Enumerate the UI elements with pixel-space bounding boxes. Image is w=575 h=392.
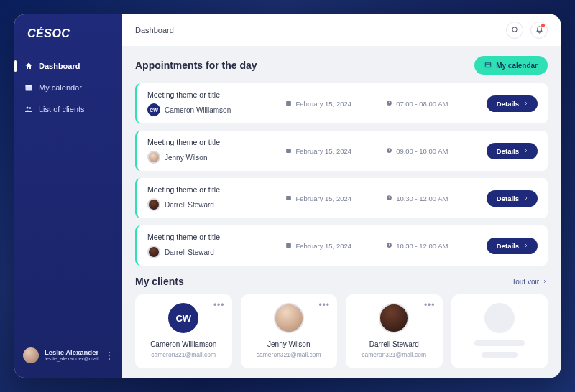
avatar <box>274 303 304 333</box>
svg-rect-19 <box>287 243 292 247</box>
sidebar-item-label: My calendar <box>39 83 82 92</box>
details-button[interactable]: Details <box>487 143 538 159</box>
topbar: Dashboard <box>122 14 561 46</box>
avatar <box>147 246 160 258</box>
card-menu-icon[interactable]: ••• <box>318 300 330 310</box>
client-email: cameron321@mail.com <box>151 351 216 358</box>
appointment-title: Meeting theme or title <box>147 233 280 241</box>
profile-menu-icon[interactable]: ⋮ <box>105 350 114 360</box>
appointment-person: Cameron Williamson <box>165 106 231 114</box>
client-card[interactable]: •••Jenny Wilsoncameron321@mail.com <box>241 294 338 368</box>
client-name: Cameron Williamson <box>150 340 216 348</box>
appointment-row: Meeting theme or titleCWCameron Williams… <box>135 83 548 123</box>
svg-line-5 <box>516 31 518 32</box>
clock-icon <box>386 147 392 155</box>
my-calendar-label: My calendar <box>496 62 538 70</box>
calendar-icon <box>285 242 292 250</box>
client-email <box>482 352 518 358</box>
sidebar-item-dashboard[interactable]: Dashboard <box>14 56 122 76</box>
appointment-time: 09.00 - 10.00 AM <box>386 147 481 155</box>
breadcrumb: Dashboard <box>135 26 174 34</box>
appointment-row: Meeting theme or titleJenny WilsonFebrua… <box>135 131 548 171</box>
details-button[interactable]: Details <box>487 238 538 254</box>
details-button[interactable]: Details <box>487 95 538 112</box>
client-name: Darrell Steward <box>369 340 419 348</box>
chevron-right-icon <box>542 278 548 286</box>
avatar <box>147 198 160 211</box>
notifications-button[interactable] <box>530 22 548 39</box>
calendar-icon <box>24 83 33 92</box>
view-all-clients[interactable]: Tout voir <box>512 278 548 286</box>
chevron-right-icon <box>523 242 529 250</box>
client-card[interactable]: •••Darrell Stewardcameron321@mail.com <box>346 294 443 368</box>
appointment-date: February 15, 2024 <box>285 147 380 155</box>
sidebar-item-label: List of clients <box>39 105 85 113</box>
avatar <box>147 151 160 164</box>
appointment-title: Meeting theme or title <box>147 138 280 146</box>
client-name: Jenny Wilson <box>267 340 310 348</box>
sidebar-item-my-calendar[interactable]: My calendar <box>14 78 122 98</box>
app-shell: CÉSOC DashboardMy calendarList of client… <box>14 14 561 378</box>
main: Dashboard <box>122 14 561 378</box>
appointment-date: February 15, 2024 <box>285 242 380 250</box>
calendar-icon <box>484 61 492 70</box>
clock-icon <box>386 195 392 202</box>
view-all-label: Tout voir <box>512 278 539 286</box>
svg-point-4 <box>512 27 516 31</box>
appointment-date: February 15, 2024 <box>285 100 380 108</box>
client-name <box>474 340 525 346</box>
appointment-row: Meeting theme or titleDarrell StewardFeb… <box>135 225 548 266</box>
profile-avatar <box>23 347 39 363</box>
appointment-person: Darrell Steward <box>165 201 214 209</box>
chevron-right-icon <box>523 100 529 108</box>
appointment-title: Meeting theme or title <box>147 90 280 99</box>
appointment-time: 10.30 - 12.00 AM <box>386 195 481 202</box>
card-menu-icon[interactable]: ••• <box>424 300 436 310</box>
search-button[interactable] <box>506 22 523 39</box>
calendar-icon <box>285 195 292 202</box>
svg-point-2 <box>27 107 29 109</box>
svg-rect-16 <box>287 195 292 200</box>
people-icon <box>24 105 33 113</box>
appointment-title: Meeting theme or title <box>147 185 280 194</box>
appointment-person: Darrell Steward <box>165 248 214 256</box>
clients-title: My clients <box>135 276 184 287</box>
client-card[interactable]: •••CWCameron Williamsoncameron321@mail.c… <box>135 294 232 368</box>
appointment-time: 07.00 - 08.00 AM <box>386 100 481 108</box>
avatar <box>484 303 515 333</box>
sidebar-item-label: Dashboard <box>39 62 80 70</box>
profile-block: Leslie Alexander leslie_alexander@mail.c… <box>14 340 122 370</box>
home-icon <box>24 62 33 70</box>
avatar: CW <box>168 303 198 333</box>
appointment-time: 10.30 - 12.00 AM <box>386 242 481 250</box>
appointments-title: Appointments for the day <box>135 60 257 71</box>
appointment-row: Meeting theme or titleDarrell StewardFeb… <box>135 178 548 218</box>
sidebar: CÉSOC DashboardMy calendarList of client… <box>14 14 122 378</box>
nav: DashboardMy calendarList of clients <box>14 56 122 119</box>
appointment-person: Jenny Wilson <box>165 154 207 162</box>
svg-rect-1 <box>26 85 32 88</box>
calendar-icon <box>285 100 292 108</box>
clock-icon <box>386 100 392 108</box>
svg-rect-13 <box>287 148 292 152</box>
brand-logo: CÉSOC <box>14 27 122 56</box>
clock-icon <box>386 242 392 250</box>
client-card <box>451 294 548 368</box>
details-button[interactable]: Details <box>487 190 538 207</box>
sidebar-item-list-of-clients[interactable]: List of clients <box>14 99 122 119</box>
profile-email: leslie_alexander@mail.com <box>45 356 99 362</box>
chevron-right-icon <box>523 147 529 155</box>
avatar <box>379 303 409 333</box>
chevron-right-icon <box>523 195 529 202</box>
content: Appointments for the day My calendar Mee… <box>122 46 561 378</box>
avatar: CW <box>147 103 160 116</box>
my-calendar-button[interactable]: My calendar <box>474 56 548 75</box>
svg-point-3 <box>29 107 32 109</box>
card-menu-icon[interactable]: ••• <box>213 300 225 310</box>
svg-rect-6 <box>485 62 491 67</box>
appointment-date: February 15, 2024 <box>285 195 380 202</box>
client-email: cameron321@mail.com <box>257 351 321 358</box>
notification-dot <box>541 24 545 27</box>
search-icon <box>511 25 519 36</box>
client-email: cameron321@mail.com <box>362 351 426 358</box>
